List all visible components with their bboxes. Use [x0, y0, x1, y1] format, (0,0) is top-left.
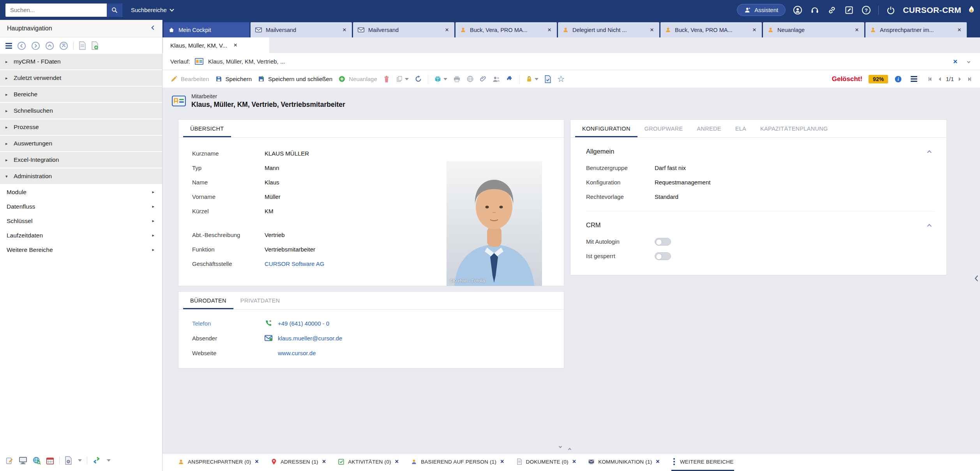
sidebar-item-zuletzt-verwendet[interactable]: ▸Zuletzt verwendet: [0, 70, 162, 86]
search-areas-dropdown[interactable]: Suchbereiche: [129, 7, 176, 13]
globe-icon[interactable]: [466, 75, 474, 83]
close-icon[interactable]: ×: [752, 27, 757, 33]
email-link[interactable]: klaus.mueller@cursor.de: [278, 335, 342, 342]
close-icon[interactable]: ×: [957, 27, 962, 33]
tab-delegiert[interactable]: Delegiert und Nicht ... ×: [558, 22, 659, 37]
collapse-panel-icon[interactable]: [568, 448, 571, 451]
sidebar-subitem-schluessel[interactable]: Schlüssel▸: [0, 214, 162, 228]
link-icon[interactable]: [827, 5, 837, 15]
contacts-icon[interactable]: [493, 76, 500, 83]
tab-weitere-bereiche[interactable]: WEITERE BEREICHE: [671, 453, 734, 471]
previous-page-icon[interactable]: [937, 76, 942, 82]
website-link[interactable]: www.cursor.de: [278, 350, 316, 356]
phone-link[interactable]: +49 (641) 40000 - 0: [278, 320, 329, 327]
close-icon[interactable]: ×: [500, 458, 504, 465]
last-page-icon[interactable]: [966, 76, 972, 82]
data-transfer-icon[interactable]: [92, 457, 101, 464]
tab-neuanlage[interactable]: Neuanlage ×: [763, 22, 864, 37]
search-button[interactable]: [107, 4, 122, 17]
collapse-right-panel-icon[interactable]: [974, 275, 979, 282]
close-icon[interactable]: ×: [656, 458, 660, 465]
tab-kapazitaetenplanung[interactable]: KAPAZITÄTENPLANUNG: [753, 120, 835, 137]
support-headset-icon[interactable]: [810, 5, 820, 15]
tab-aktivitaeten[interactable]: AKTIVITÄTEN (0) ×: [337, 453, 399, 471]
tab-anrede[interactable]: ANREDE: [690, 120, 728, 137]
collapse-section-icon[interactable]: [927, 150, 931, 154]
close-icon[interactable]: ×: [342, 27, 347, 33]
chevron-down-icon[interactable]: [405, 78, 409, 80]
chevron-down-icon[interactable]: [107, 459, 111, 462]
collapse-section-icon[interactable]: [927, 224, 931, 228]
chevron-down-icon[interactable]: [443, 78, 447, 80]
sidebar-item-excel-integration[interactable]: ▸Excel-Integration: [0, 152, 162, 168]
refresh-icon[interactable]: [415, 75, 422, 83]
save-button[interactable]: Speichern: [215, 75, 252, 83]
office-link[interactable]: CURSOR Software AG: [265, 260, 324, 267]
nav-up-icon[interactable]: [45, 41, 54, 50]
section-allgemein-header[interactable]: Allgemein: [586, 138, 935, 161]
user-account-icon[interactable]: [793, 5, 803, 15]
phone-label[interactable]: Telefon: [192, 320, 265, 327]
close-icon[interactable]: ×: [322, 458, 326, 465]
sidebar-subitem-weitere-bereiche[interactable]: Weitere Bereiche▸: [0, 243, 162, 257]
close-icon[interactable]: ×: [395, 458, 399, 465]
autologin-toggle[interactable]: [655, 238, 671, 246]
tab-ansprechpartner-relation[interactable]: ANSPRECHPARTNER (0) ×: [177, 453, 260, 471]
help-icon[interactable]: ?: [861, 5, 871, 15]
section-crm-header[interactable]: CRM: [586, 211, 935, 234]
document-tab-klaus-mueller[interactable]: Klaus, Müller, KM, V... ×: [163, 37, 269, 53]
sidebar-item-schnellsuchen[interactable]: ▸Schnellsuchen: [0, 103, 162, 119]
close-icon[interactable]: ×: [649, 27, 655, 33]
close-icon[interactable]: ×: [547, 27, 552, 33]
menu-icon[interactable]: [5, 43, 12, 49]
tab-uebersicht[interactable]: ÜBERSICHT: [183, 120, 231, 137]
save-and-close-button[interactable]: Speichern und schließen: [258, 75, 332, 83]
tab-mailversand-1[interactable]: Mailversand ×: [251, 22, 352, 37]
tab-mein-cockpit[interactable]: Mein Cockpit: [164, 22, 249, 37]
close-icon[interactable]: ×: [444, 27, 450, 33]
tab-groupware[interactable]: GROUPWARE: [637, 120, 690, 137]
tab-basierend-auf-person[interactable]: BASIEREND AUF PERSON (1) ×: [410, 453, 505, 471]
copy-icon[interactable]: [396, 75, 403, 83]
feedback-edit-icon[interactable]: [844, 5, 854, 15]
data-quality-badge[interactable]: 92%: [869, 75, 888, 83]
document-check-icon[interactable]: [544, 75, 551, 83]
delete-icon[interactable]: [383, 75, 390, 83]
nav-top-icon[interactable]: [59, 41, 68, 50]
globe-search-icon[interactable]: [32, 456, 41, 465]
favorite-star-icon[interactable]: ☆: [557, 75, 565, 83]
tab-buck-vera-1[interactable]: Buck, Vera, PRO MA... ×: [456, 22, 557, 37]
tab-ansprechpartner[interactable]: Ansprechpartner im... ×: [865, 22, 967, 37]
sidebar-item-auswertungen[interactable]: ▸Auswertungen: [0, 136, 162, 151]
assistant-button[interactable]: Assistent: [737, 4, 786, 16]
close-icon[interactable]: ×: [572, 458, 576, 465]
sidebar-subitem-datenfluss[interactable]: Datenfluss▸: [0, 199, 162, 214]
chevron-down-icon[interactable]: [967, 60, 970, 63]
search-input[interactable]: [5, 4, 107, 17]
new-record-button[interactable]: Neuanlage: [338, 75, 377, 83]
report-page-icon[interactable]: [79, 41, 86, 50]
list-menu-icon[interactable]: [911, 76, 917, 82]
tab-dokumente[interactable]: DOKUMENTE (0) ×: [516, 453, 577, 471]
next-page-icon[interactable]: [958, 76, 962, 82]
locked-toggle[interactable]: [655, 252, 671, 260]
tab-mailversand-2[interactable]: Mailversand ×: [353, 22, 454, 37]
sidebar-item-mycrm[interactable]: ▸myCRM - FDaten: [0, 54, 162, 69]
sidebar-item-administration[interactable]: ▾Administration: [0, 168, 162, 184]
close-icon[interactable]: ×: [255, 458, 259, 465]
sidebar-item-prozesse[interactable]: ▸Prozesse: [0, 119, 162, 135]
tab-kommunikation[interactable]: KOMMUNIKATION (1) ×: [588, 453, 660, 471]
print-icon[interactable]: [453, 76, 461, 83]
tab-ela[interactable]: ELA: [728, 120, 753, 137]
logout-power-icon[interactable]: [886, 5, 896, 15]
close-icon[interactable]: ×: [233, 41, 237, 49]
nav-forward-icon[interactable]: [31, 41, 40, 50]
puzzle-icon[interactable]: [506, 75, 514, 83]
tab-konfiguration[interactable]: KONFIGURATION: [575, 120, 637, 137]
sidebar-subitem-module[interactable]: Module▸: [0, 185, 162, 199]
tab-buerodaten[interactable]: BÜRODATEN: [183, 292, 233, 309]
tab-adressen[interactable]: ADRESSEN (1) ×: [270, 453, 327, 471]
chevron-down-icon[interactable]: [535, 78, 539, 80]
module-cube-icon[interactable]: [434, 75, 441, 83]
first-page-icon[interactable]: [927, 76, 933, 82]
